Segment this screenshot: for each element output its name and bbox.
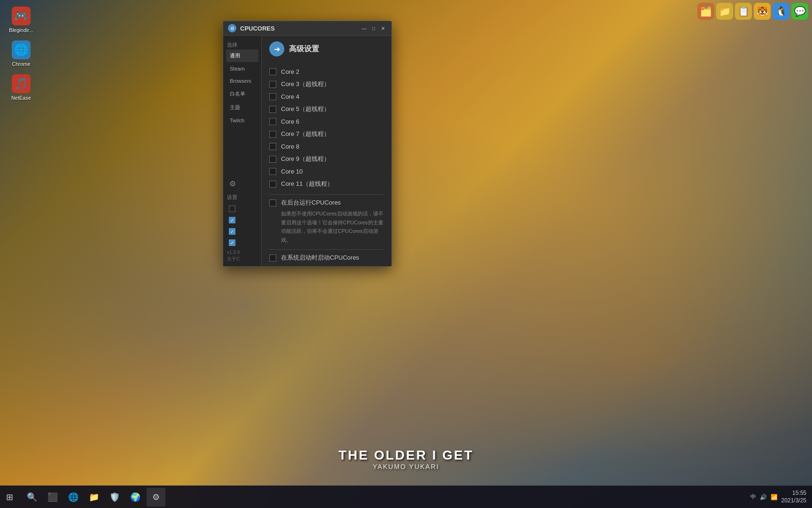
song-title: THE OLDER I GET xyxy=(338,448,474,463)
core-name-8: Core 10 xyxy=(281,168,303,175)
core-cb-6 xyxy=(269,143,276,150)
taskbar-network-icon[interactable]: 📶 xyxy=(771,494,778,500)
option-cb-1[interactable] xyxy=(269,254,276,262)
desktop-icon-3[interactable]: 🎵 NetEase xyxy=(5,72,38,103)
core-item-5[interactable]: Core 7（超线程） xyxy=(269,127,384,141)
taskbar-search[interactable]: 🔍 xyxy=(23,488,41,507)
core-name-4: Core 6 xyxy=(281,118,299,125)
taskbar-icon-4[interactable]: 🐯 xyxy=(754,3,771,20)
desktop-icon-1[interactable]: 🎮 Blegindir... xyxy=(5,5,38,35)
core-item-2[interactable]: Core 4 xyxy=(269,91,384,103)
core-cb-4 xyxy=(269,118,276,125)
divider-1 xyxy=(269,194,384,195)
core-item-9[interactable]: Core 11（超线程） xyxy=(269,177,384,190)
core-item-4[interactable]: Core 6 xyxy=(269,116,384,127)
core-cb-0 xyxy=(269,68,276,75)
window-title: CPUCORES xyxy=(240,25,357,32)
taskbar-icon-3[interactable]: 📋 xyxy=(735,3,752,20)
desktop-icon-1-label: Blegindir... xyxy=(9,27,33,33)
option-cb-0[interactable] xyxy=(269,199,276,206)
taskbar-task-view[interactable]: ⬛ xyxy=(43,488,62,507)
desktop-icon-3-label: NetEase xyxy=(11,95,31,101)
main-content: ➜ 高级设置 Core 2 Core 3（超线程） Core 4 xyxy=(262,36,391,266)
taskbar-security[interactable]: 🛡️ xyxy=(105,488,124,507)
cb-box-2: ✓ xyxy=(229,217,235,223)
option-row-1: 在系统启动时启动CPUCores xyxy=(269,254,384,264)
core-cb-9 xyxy=(269,181,276,188)
sidebar-item-general[interactable]: 通用 xyxy=(226,49,258,62)
taskbar-right: 中 🔊 📶 15:55 2021/3/25 xyxy=(750,490,812,504)
song-artist: YAKUMO YUKARI xyxy=(338,463,474,470)
top-taskbar: 🗂️ 📁 📋 🐯 🐧 💬 xyxy=(694,0,812,23)
core-cb-8 xyxy=(269,168,276,175)
core-cb-5 xyxy=(269,131,276,138)
taskbar-lang: 中 xyxy=(750,493,756,501)
core-item-7[interactable]: Core 9（超线程） xyxy=(269,152,384,166)
sidebar-cb-1[interactable] xyxy=(226,204,258,214)
sidebar-item-whitelist[interactable]: 白名单 xyxy=(226,87,258,100)
taskbar-icon-6[interactable]: 💬 xyxy=(791,3,808,20)
sidebar-item-theme[interactable]: 主题 xyxy=(226,101,258,114)
core-name-0: Core 2 xyxy=(281,68,299,75)
core-name-3: Core 5（超线程） xyxy=(281,105,330,113)
cb-box-1 xyxy=(229,206,235,212)
minimize-button[interactable]: — xyxy=(360,24,368,32)
content-header: ➜ 高级设置 xyxy=(262,36,391,62)
core-cb-3 xyxy=(269,106,276,113)
core-list-container[interactable]: Core 2 Core 3（超线程） Core 4 Core 5（超线程） Co… xyxy=(262,62,391,266)
option-text-0: 在后台运行CPUCores 如果您不使用CPUCores启动游戏的话，请不要启用… xyxy=(281,198,384,244)
window-titlebar: ⚙ CPUCORES — □ ✕ xyxy=(223,21,391,36)
sidebar-cb-4[interactable]: ✓ xyxy=(226,238,258,248)
core-name-5: Core 7（超线程） xyxy=(281,130,330,138)
taskbar-items: 🔍 ⬛ 🌐 📁 🛡️ 🌍 ⚙ xyxy=(19,488,169,507)
sidebar-item-twitch[interactable]: Twitch xyxy=(226,115,258,126)
core-item-6[interactable]: Core 8 xyxy=(269,141,384,152)
clock: 15:55 2021/3/25 xyxy=(781,490,806,504)
about-label[interactable]: 关于C xyxy=(223,256,261,262)
maximize-button[interactable]: □ xyxy=(370,24,377,32)
sidebar-item-browsers[interactable]: Browsers xyxy=(226,75,258,87)
core-item-3[interactable]: Core 5（超线程） xyxy=(269,103,384,116)
header-title: 高级设置 xyxy=(289,44,319,54)
gear-button[interactable]: ⚙ xyxy=(226,177,239,190)
core-item-8[interactable]: Core 10 xyxy=(269,166,384,177)
clock-time: 15:55 xyxy=(781,490,806,497)
option-label-0: 在后台运行CPUCores xyxy=(281,198,384,207)
sidebar-label: 选择 xyxy=(223,40,261,49)
option-label-1: 在系统启动时启动CPUCores xyxy=(281,254,384,262)
cb-box-4: ✓ xyxy=(229,239,235,246)
sidebar-cb-3[interactable]: ✓ xyxy=(226,226,258,237)
taskbar: ⊞ 🔍 ⬛ 🌐 📁 🛡️ 🌍 ⚙ 中 🔊 📶 15:55 2021/3/25 xyxy=(0,485,812,508)
sidebar-item-steam[interactable]: Steam xyxy=(226,63,258,74)
core-name-7: Core 9（超线程） xyxy=(281,155,330,163)
taskbar-icon-1[interactable]: 🗂️ xyxy=(697,3,714,20)
taskbar-edge[interactable]: 🌐 xyxy=(64,488,83,507)
taskbar-app1[interactable]: ⚙ xyxy=(147,488,165,507)
sidebar: 选择 通用 Steam Browsers 白名单 主题 Twitch ⚙ 设置 … xyxy=(223,36,262,266)
sidebar-nav: 通用 Steam Browsers 白名单 主题 Twitch xyxy=(223,49,261,175)
cb-box-3: ✓ xyxy=(229,228,235,235)
option-text-1: 在系统启动时启动CPUCores xyxy=(281,254,384,264)
desktop-icon-2[interactable]: 🌐 Chrome xyxy=(5,39,38,69)
core-name-9: Core 11（超线程） xyxy=(281,180,333,188)
desktop-icon-2-label: Chrome xyxy=(12,61,30,67)
taskbar-browser[interactable]: 🌍 xyxy=(126,488,145,507)
core-name-6: Core 8 xyxy=(281,143,299,150)
clock-date: 2021/3/25 xyxy=(781,497,806,505)
taskbar-audio-icon[interactable]: 🔊 xyxy=(760,494,767,500)
taskbar-icon-2[interactable]: 📁 xyxy=(716,3,733,20)
core-item-1[interactable]: Core 3（超线程） xyxy=(269,78,384,91)
window-controls: — □ ✕ xyxy=(360,24,387,32)
close-button[interactable]: ✕ xyxy=(379,24,387,32)
taskbar-explorer[interactable]: 📁 xyxy=(85,488,103,507)
window-app-icon: ⚙ xyxy=(228,24,236,32)
taskbar-start[interactable]: ⊞ xyxy=(0,488,19,507)
window-body: 选择 通用 Steam Browsers 白名单 主题 Twitch ⚙ 设置 … xyxy=(223,36,391,266)
core-cb-1 xyxy=(269,81,276,88)
taskbar-icon-5[interactable]: 🐧 xyxy=(773,3,789,20)
core-name-1: Core 3（超线程） xyxy=(281,80,330,88)
sidebar-cb-2[interactable]: ✓ xyxy=(226,215,258,225)
desktop-icons: 🎮 Blegindir... 🌐 Chrome 🎵 NetEase xyxy=(5,5,38,103)
sidebar-checkboxes: ✓ ✓ ✓ xyxy=(223,202,261,250)
core-item-0[interactable]: Core 2 xyxy=(269,66,384,78)
